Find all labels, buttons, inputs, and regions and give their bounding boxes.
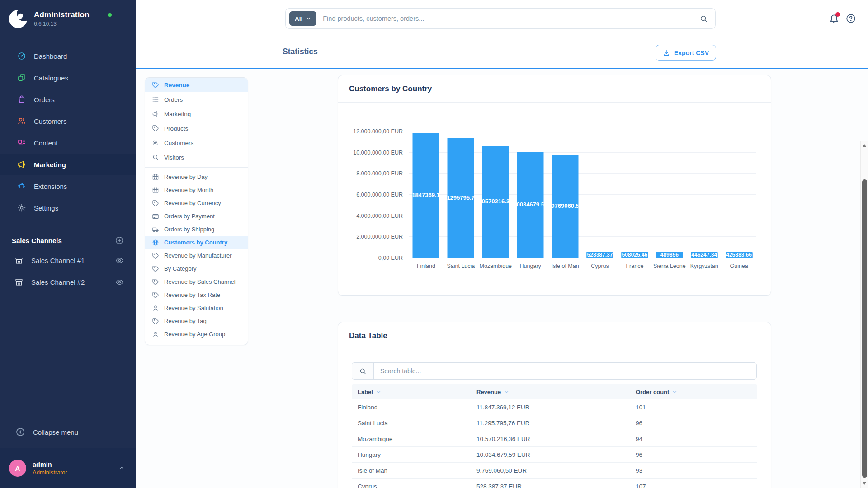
sales-channels-list: Sales Channel #1 Sales Channel #2: [0, 249, 136, 293]
chart-column-isle-of-man: 9769060.5 Isle of Man: [548, 131, 583, 258]
sidebar-item-content[interactable]: Content: [0, 132, 136, 154]
stats-nav-item-revenue-by-sales-channel[interactable]: Revenue by Sales Channel: [145, 275, 248, 288]
bag-icon: [17, 95, 26, 104]
shopware-logo-icon: [8, 9, 28, 29]
stats-nav-item-by-category[interactable]: By Category: [145, 262, 248, 275]
stats-nav-item-revenue-by-salutation[interactable]: Revenue by Salutation: [145, 301, 248, 314]
global-search-input[interactable]: [316, 15, 699, 22]
stats-nav-item-customers[interactable]: Customers: [145, 136, 248, 150]
stats-nav-item-revenue[interactable]: Revenue: [145, 78, 248, 92]
table-cell: Hungary: [352, 451, 471, 458]
table-cell: Finland: [352, 404, 471, 411]
sidebar-item-label: Orders: [34, 96, 55, 103]
search-icon: [152, 154, 159, 161]
user-menu[interactable]: A admin Administrator: [0, 448, 136, 488]
stats-nav-item-label: Marketing: [164, 111, 191, 117]
table-row-hungary[interactable]: Hungary10.034.679,59 EUR96: [352, 447, 757, 463]
add-sales-channel-icon[interactable]: [115, 236, 124, 245]
x-axis-label: France: [626, 263, 643, 269]
stats-nav-item-revenue-by-age-group[interactable]: Revenue by Age Group: [145, 328, 248, 341]
table-row-isle-of-man[interactable]: Isle of Man9.769.060,50 EUR93: [352, 463, 757, 479]
eye-icon[interactable]: [115, 278, 124, 286]
stats-nav-item-orders-by-payment[interactable]: Orders by Payment: [145, 210, 248, 223]
page-title: Statistics: [283, 47, 318, 56]
chart-card: Customers by Country 12.000.000,00 EUR 1…: [338, 75, 771, 296]
app-header: Administration 6.6.10.13: [0, 0, 136, 29]
sales-channels-header: Sales Channels: [12, 237, 62, 244]
stats-nav-item-label: Visitors: [164, 154, 184, 161]
sidebar-item-extensions[interactable]: Extensions: [0, 175, 136, 197]
column-header-revenue[interactable]: Revenue: [471, 389, 630, 395]
sidebar-item-dashboard[interactable]: Dashboard: [0, 45, 136, 67]
stats-nav-item-label: Orders by Shipping: [164, 226, 214, 233]
table-row-mozambique[interactable]: Mozambique10.570.216,36 EUR94: [352, 431, 757, 447]
search-icon[interactable]: [699, 14, 708, 23]
vertical-scrollbar[interactable]: [860, 141, 868, 488]
stats-nav-item-label: Revenue by Manufacturer: [164, 252, 232, 259]
users-icon: [152, 139, 159, 146]
sidebar-item-catalogues[interactable]: Catalogues: [0, 67, 136, 89]
avatar: A: [9, 460, 26, 477]
squares-icon: [17, 73, 26, 82]
table-row-saint-lucia[interactable]: Saint Lucia11.295.795,76 EUR96: [352, 415, 757, 431]
stats-nav-item-visitors[interactable]: Visitors: [145, 150, 248, 164]
table-row-finland[interactable]: Finland11.847.369,12 EUR101: [352, 399, 757, 415]
scroll-down-arrow-icon[interactable]: [863, 482, 866, 485]
stats-nav-item-revenue-by-manufacturer[interactable]: Revenue by Manufacturer: [145, 249, 248, 262]
tag-icon: [152, 200, 159, 207]
stats-nav-item-orders[interactable]: Orders: [145, 92, 248, 107]
stats-nav-item-label: Customers: [164, 140, 193, 146]
sidebar-item-customers[interactable]: Customers: [0, 110, 136, 132]
sidebar-item-label: Dashboard: [34, 52, 67, 60]
stats-nav-item-label: By Category: [164, 265, 197, 272]
scroll-up-arrow-icon[interactable]: [863, 144, 866, 147]
eye-icon[interactable]: [115, 256, 124, 265]
sidebar-item-orders[interactable]: Orders: [0, 89, 136, 110]
stats-nav-item-revenue-by-tag[interactable]: Revenue by Tag: [145, 314, 248, 328]
sales-channel-item-sales-channel-1[interactable]: Sales Channel #1: [0, 249, 136, 271]
stats-nav-item-revenue-by-tax-rate[interactable]: Revenue by Tax Rate: [145, 288, 248, 301]
chart-column-sierra-leone: 489856 Sierra Leone: [652, 131, 687, 258]
scrollbar-thumb[interactable]: [862, 179, 867, 478]
search-scope-dropdown[interactable]: All: [289, 11, 316, 26]
table-search: [352, 362, 757, 380]
sidebar-item-settings[interactable]: Settings: [0, 197, 136, 219]
stats-nav-item-revenue-by-day[interactable]: Revenue by Day: [145, 170, 248, 183]
stats-nav-item-revenue-by-currency[interactable]: Revenue by Currency: [145, 197, 248, 210]
person-icon: [152, 331, 159, 338]
table-cell: 94: [630, 436, 757, 442]
stats-nav-item-orders-by-shipping[interactable]: Orders by Shipping: [145, 223, 248, 236]
online-status-dot: [108, 13, 112, 17]
stats-nav-item-customers-by-country[interactable]: Customers by Country: [145, 236, 248, 249]
export-csv-button[interactable]: Export CSV: [656, 45, 716, 61]
top-bar: All: [136, 0, 868, 37]
content-area: Revenue Orders Marketing Products Custom…: [136, 70, 868, 488]
bar-value-label: 11847369.12: [413, 192, 439, 199]
collapse-menu-label: Collapse menu: [33, 428, 78, 436]
stats-nav-item-products[interactable]: Products: [145, 121, 248, 136]
column-header-order-count[interactable]: Order count: [630, 389, 757, 395]
sidebar-item-label: Content: [34, 139, 58, 147]
notifications-button[interactable]: [829, 13, 840, 24]
table-cell: 96: [630, 420, 757, 427]
sidebar-item-marketing[interactable]: Marketing: [0, 154, 136, 175]
x-axis-label: Isle of Man: [552, 263, 579, 269]
tag-icon: [152, 291, 159, 299]
stats-nav-item-label: Orders: [164, 96, 183, 103]
table-row-cyprus[interactable]: Cyprus528.387,37 EUR107: [352, 479, 757, 488]
help-button[interactable]: [845, 13, 856, 24]
help-icon: [845, 13, 856, 24]
sales-channel-item-sales-channel-2[interactable]: Sales Channel #2: [0, 271, 136, 293]
collapse-icon: [15, 427, 25, 437]
chart-column-france: 508025.46 France: [617, 131, 652, 258]
column-header-label[interactable]: Label: [352, 389, 471, 395]
x-axis-label: Saint Lucia: [447, 263, 475, 269]
stats-nav-item-label: Orders by Payment: [164, 213, 215, 220]
stats-nav-item-marketing[interactable]: Marketing: [145, 107, 248, 121]
stats-nav-item-label: Revenue by Tag: [164, 318, 207, 324]
table-search-input[interactable]: [374, 363, 756, 379]
statistics-nav-card: Revenue Orders Marketing Products Custom…: [145, 77, 248, 345]
stats-nav-item-revenue-by-month[interactable]: Revenue by Month: [145, 183, 248, 197]
bar-value-label: 489856: [656, 252, 683, 258]
collapse-menu-button[interactable]: Collapse menu: [0, 421, 136, 443]
